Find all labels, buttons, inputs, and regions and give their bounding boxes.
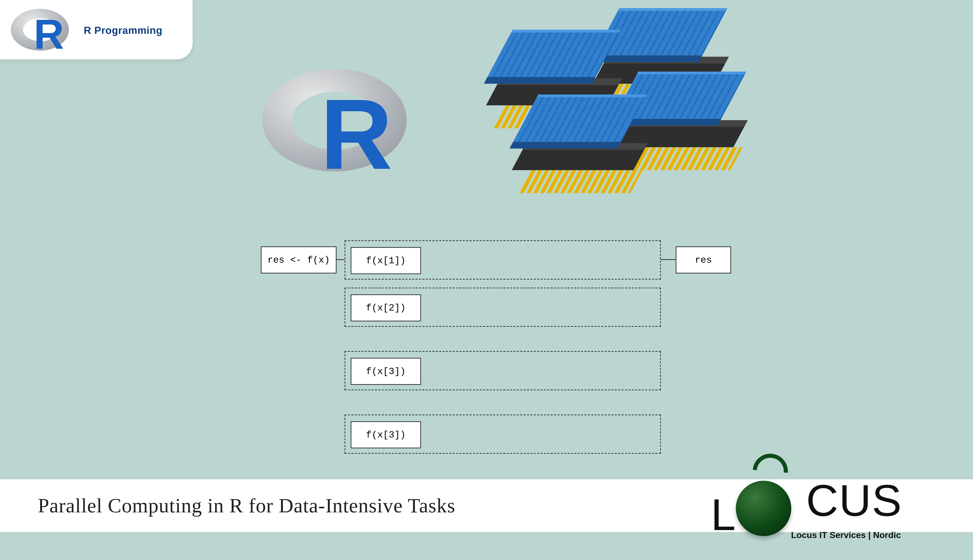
box-output: res bbox=[675, 247, 731, 273]
connector-line bbox=[661, 259, 675, 260]
flow-diagram: res <- f(x) f(x[1]) res f(x[2]) f(x[3]) … bbox=[251, 240, 778, 478]
page-title: Parallel Computing in R for Data-Intensi… bbox=[38, 494, 455, 517]
box-call: f(x[1]) bbox=[351, 247, 421, 274]
locus-subline: Locus IT Services | Nordic bbox=[791, 530, 901, 540]
locus-word-l: L bbox=[711, 489, 736, 540]
badge-label: R Programming bbox=[84, 24, 162, 35]
r-letter-glyph: R bbox=[34, 10, 64, 58]
r-letter-hero: R bbox=[320, 77, 390, 192]
box-input: res <- f(x) bbox=[261, 247, 336, 273]
parallel-lane: f(x[2]) bbox=[344, 288, 661, 327]
box-call: f(x[2]) bbox=[351, 294, 421, 322]
r-logo-icon: R bbox=[11, 6, 72, 53]
parallel-lane: f(x[1]) bbox=[344, 240, 661, 279]
cpu-chip-icon bbox=[519, 115, 647, 202]
badge-card: R R Programming bbox=[0, 0, 193, 60]
diagram-row-1: res <- f(x) f(x[1]) res bbox=[251, 240, 778, 279]
cpu-cluster-icon bbox=[446, 13, 737, 216]
parallel-lane: f(x[3]) bbox=[344, 351, 661, 390]
lane-stack: f(x[2]) f(x[3]) f(x[3]) bbox=[251, 288, 778, 453]
locus-logo: L CUS Locus IT Services | Nordic bbox=[711, 473, 954, 540]
slide-canvas: R R Programming R res <- f(x) f(x[1]) bbox=[0, 0, 973, 547]
connector-line bbox=[336, 259, 344, 260]
r-logo-hero-icon: R bbox=[262, 65, 411, 181]
parallel-lane: f(x[3]) bbox=[344, 415, 661, 453]
box-call: f(x[3]) bbox=[351, 358, 421, 385]
sphere-icon bbox=[736, 481, 791, 536]
locus-word-cus: CUS bbox=[806, 475, 902, 526]
box-call: f(x[3]) bbox=[351, 422, 421, 448]
